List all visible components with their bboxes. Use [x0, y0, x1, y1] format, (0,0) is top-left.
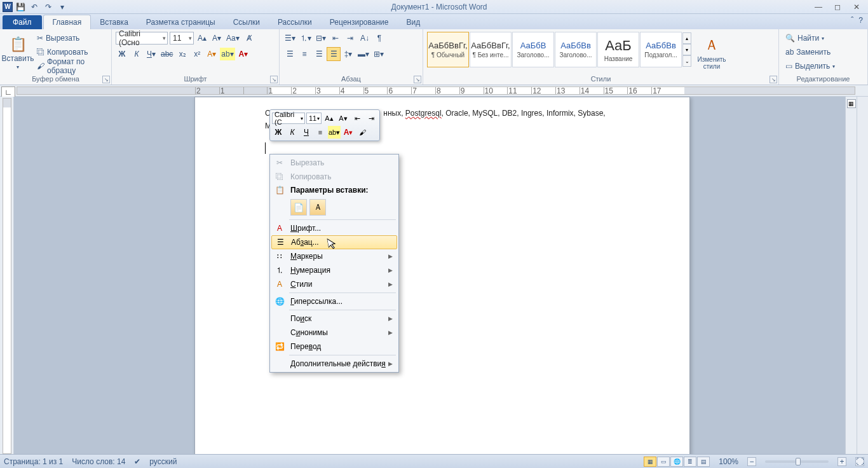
align-right-button[interactable]: ☰	[313, 48, 325, 60]
numbering-button[interactable]: ⒈▾	[299, 32, 313, 45]
status-words[interactable]: Число слов: 14	[72, 457, 125, 466]
file-tab[interactable]: Файл	[3, 15, 42, 29]
clear-formatting-button[interactable]: Ⱥ	[243, 32, 255, 45]
underline-button[interactable]: Ч▾	[145, 48, 158, 60]
tab-review[interactable]: Рецензирование	[321, 15, 398, 29]
tab-page-layout[interactable]: Разметка страницы	[137, 15, 224, 29]
increase-indent-button[interactable]: ⇥	[344, 32, 356, 45]
font-name-combo[interactable]: Calibri (Осно	[116, 32, 168, 45]
cm-additional-actions[interactable]: Дополнительные действия ▶	[271, 357, 397, 371]
style-gallery-expand[interactable]: ⌄	[682, 55, 691, 67]
strikethrough-button[interactable]: abc	[159, 48, 174, 60]
align-center-button[interactable]: ≡	[298, 48, 311, 60]
style-title[interactable]: АаБНазвание	[597, 32, 639, 67]
superscript-button[interactable]: x²	[191, 48, 203, 60]
mini-highlight[interactable]: ab▾	[328, 126, 341, 139]
mini-increase-indent[interactable]: ⇥	[365, 112, 377, 125]
borders-button[interactable]: ⊞▾	[372, 48, 385, 60]
grow-font-button[interactable]: A▴	[196, 32, 208, 45]
sort-button[interactable]: A↓	[358, 32, 371, 45]
paste-text-only[interactable]: Ａ	[309, 199, 326, 216]
find-button[interactable]: 🔍Найти▾	[783, 32, 837, 45]
cm-translate[interactable]: 🔁 Перевод	[271, 340, 397, 354]
mini-shrink-font[interactable]: A▾	[337, 112, 349, 125]
mini-decrease-indent[interactable]: ⇤	[351, 112, 363, 125]
paragraph-launcher[interactable]: ↘	[414, 76, 421, 83]
status-language[interactable]: русский	[149, 457, 177, 466]
select-button[interactable]: ▭Выделить▾	[783, 60, 837, 72]
mini-font-combo[interactable]: Calibri (С	[272, 113, 305, 124]
decrease-indent-button[interactable]: ⇤	[329, 32, 342, 45]
status-proofing-icon[interactable]: ✔	[134, 457, 140, 466]
page[interactable]: Системы управления базами даннных, Postg…	[194, 97, 690, 454]
qat-customize-button[interactable]: ▾	[56, 1, 69, 13]
vertical-ruler[interactable]	[3, 98, 11, 454]
tab-view[interactable]: Вид	[397, 15, 429, 29]
fit-window-button[interactable]: ⛶	[855, 457, 864, 466]
view-draft[interactable]: ▤	[697, 457, 710, 467]
mini-grow-font[interactable]: A▴	[323, 112, 336, 125]
clipboard-launcher[interactable]: ↘	[102, 76, 110, 83]
text-effects-button[interactable]: A▾	[205, 48, 218, 60]
undo-button[interactable]: ↶	[28, 1, 41, 13]
minimize-ribbon-button[interactable]: ˆ	[851, 16, 853, 25]
cm-bullets[interactable]: ∷ Маркеры ▶	[271, 249, 397, 263]
view-full-screen[interactable]: ▭	[657, 457, 670, 467]
change-case-button[interactable]: Aa▾	[225, 32, 241, 45]
italic-button[interactable]: К	[130, 48, 143, 60]
multilevel-list-button[interactable]: ⊟▾	[315, 32, 327, 45]
minimize-button[interactable]: —	[810, 2, 827, 12]
highlight-button[interactable]: ab▾	[220, 48, 234, 60]
cm-synonyms[interactable]: Синонимы ▶	[271, 326, 397, 340]
font-color-button[interactable]: A▾	[237, 48, 250, 60]
maximize-button[interactable]: ◻	[829, 2, 846, 12]
ruler-toggle-button[interactable]: ▦	[847, 99, 856, 108]
font-size-combo[interactable]: 11	[170, 32, 194, 45]
help-button[interactable]: ?	[858, 16, 863, 25]
styles-launcher[interactable]: ↘	[770, 76, 777, 83]
cm-lookup[interactable]: Поиск ▶	[271, 312, 397, 326]
horizontal-ruler[interactable]: 211234567891011121314151617	[17, 86, 855, 95]
line-spacing-button[interactable]: ‡▾	[342, 48, 355, 60]
bullets-button[interactable]: ☰▾	[283, 32, 297, 45]
style-subtitle[interactable]: АаБбВвПодзагол...	[640, 32, 682, 67]
vertical-scrollbar[interactable]	[857, 97, 868, 454]
zoom-level[interactable]: 100%	[719, 457, 738, 466]
zoom-slider-thumb[interactable]	[796, 458, 801, 465]
style-scroll-up[interactable]: ▴	[682, 32, 691, 44]
justify-button[interactable]: ☰	[327, 48, 340, 60]
tab-home[interactable]: Главная	[43, 15, 92, 29]
cm-paragraph[interactable]: ☰ Абзац...	[271, 235, 397, 249]
mini-underline[interactable]: Ч	[300, 126, 313, 139]
tab-mailings[interactable]: Рассылки	[269, 15, 321, 29]
cm-styles[interactable]: A Стили ▶	[271, 277, 397, 291]
mini-bold[interactable]: Ж	[272, 126, 285, 139]
cm-hyperlink[interactable]: 🌐 Гиперссылка...	[271, 294, 397, 308]
save-button[interactable]: 💾	[14, 1, 27, 13]
change-styles-button[interactable]: Ａ Изменить стили	[694, 32, 729, 74]
cut-button[interactable]: ✂Вырезать	[34, 32, 107, 45]
copy-button[interactable]: ⿻Копировать	[34, 46, 107, 59]
replace-button[interactable]: abЗаменить	[783, 46, 837, 59]
mini-font-color[interactable]: A▾	[342, 126, 355, 139]
bold-button[interactable]: Ж	[116, 48, 128, 60]
font-launcher[interactable]: ↘	[270, 76, 278, 83]
style-heading2[interactable]: АаБбВвЗаголово...	[555, 32, 597, 67]
format-painter-button[interactable]: 🖌Формат по образцу	[34, 60, 107, 72]
zoom-slider[interactable]	[765, 460, 829, 463]
style-heading1[interactable]: АаБбВЗаголово...	[512, 32, 554, 67]
mini-italic[interactable]: К	[286, 126, 299, 139]
mini-size-combo[interactable]: 11	[306, 113, 322, 124]
mini-align-center[interactable]: ≡	[314, 126, 327, 139]
paste-button[interactable]: 📋 Вставить ▾	[4, 32, 32, 74]
status-page[interactable]: Страница: 1 из 1	[4, 457, 63, 466]
close-button[interactable]: ✕	[848, 2, 865, 12]
style-scroll-down[interactable]: ▾	[682, 44, 691, 55]
shading-button[interactable]: ▬▾	[356, 48, 370, 60]
style-normal[interactable]: АаБбВвГг,¶ Обычный	[427, 32, 469, 67]
subscript-button[interactable]: x₂	[176, 48, 189, 60]
show-marks-button[interactable]: ¶	[373, 32, 386, 45]
cm-font[interactable]: A Шрифт...	[271, 221, 397, 235]
view-outline[interactable]: ≣	[684, 457, 696, 467]
tab-insert[interactable]: Вставка	[91, 15, 137, 29]
